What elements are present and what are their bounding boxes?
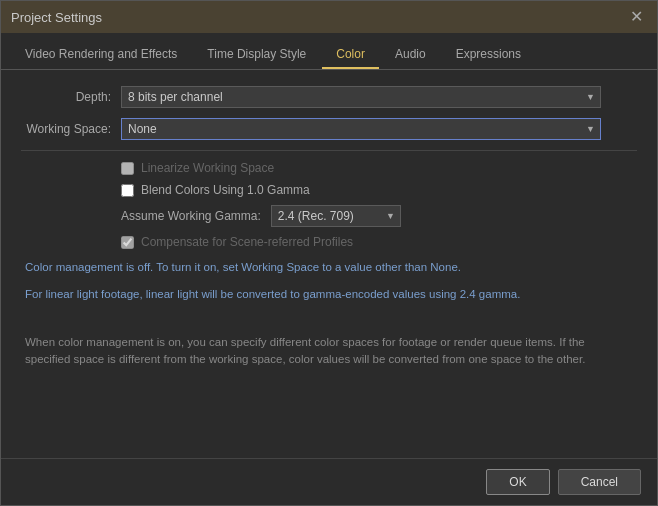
footer: OK Cancel: [1, 458, 657, 505]
tab-color[interactable]: Color: [322, 41, 379, 69]
working-space-row: Working Space: None sRGB IEC61966-2.1 Ad…: [21, 118, 637, 140]
compensate-label: Compensate for Scene-referred Profiles: [141, 235, 353, 249]
info-section: Color management is off. To turn it on, …: [21, 259, 637, 368]
info-text-3: When color management is on, you can spe…: [25, 334, 633, 369]
gamma-row: Assume Working Gamma: 2.4 (Rec. 709) 2.2…: [21, 205, 637, 227]
close-button[interactable]: ✕: [626, 7, 647, 27]
depth-select-wrapper: 8 bits per channel 16 bits per channel 3…: [121, 86, 601, 108]
blend-checkbox[interactable]: [121, 184, 134, 197]
info-text-1: Color management is off. To turn it on, …: [25, 259, 633, 276]
depth-row: Depth: 8 bits per channel 16 bits per ch…: [21, 86, 637, 108]
gamma-label: Assume Working Gamma:: [121, 209, 261, 223]
linearize-row: Linearize Working Space: [21, 161, 637, 175]
dialog-title: Project Settings: [11, 10, 102, 25]
tab-audio[interactable]: Audio: [381, 41, 440, 69]
tab-video[interactable]: Video Rendering and Effects: [11, 41, 191, 69]
tab-bar: Video Rendering and Effects Time Display…: [1, 33, 657, 70]
blend-row: Blend Colors Using 1.0 Gamma: [21, 183, 637, 197]
linearize-label: Linearize Working Space: [141, 161, 274, 175]
gamma-select-wrapper: 2.4 (Rec. 709) 2.2 (sRGB) 1.8 1.0 (linea…: [271, 205, 401, 227]
cancel-button[interactable]: Cancel: [558, 469, 641, 495]
working-space-label: Working Space:: [21, 122, 111, 136]
depth-label: Depth:: [21, 90, 111, 104]
tab-time[interactable]: Time Display Style: [193, 41, 320, 69]
content-area: Depth: 8 bits per channel 16 bits per ch…: [1, 70, 657, 458]
blend-label: Blend Colors Using 1.0 Gamma: [141, 183, 310, 197]
info-text-2: For linear light footage, linear light w…: [25, 286, 633, 303]
project-settings-dialog: Project Settings ✕ Video Rendering and E…: [0, 0, 658, 506]
depth-select[interactable]: 8 bits per channel 16 bits per channel 3…: [121, 86, 601, 108]
linearize-checkbox[interactable]: [121, 162, 134, 175]
title-bar: Project Settings ✕: [1, 1, 657, 33]
compensate-checkbox[interactable]: [121, 236, 134, 249]
ws-select-wrapper: None sRGB IEC61966-2.1 Adobe RGB (1998): [121, 118, 601, 140]
compensate-row: Compensate for Scene-referred Profiles: [21, 235, 637, 249]
gamma-select[interactable]: 2.4 (Rec. 709) 2.2 (sRGB) 1.8 1.0 (linea…: [271, 205, 401, 227]
ok-button[interactable]: OK: [486, 469, 549, 495]
working-space-select[interactable]: None sRGB IEC61966-2.1 Adobe RGB (1998): [121, 118, 601, 140]
divider: [21, 150, 637, 151]
tab-expressions[interactable]: Expressions: [442, 41, 535, 69]
